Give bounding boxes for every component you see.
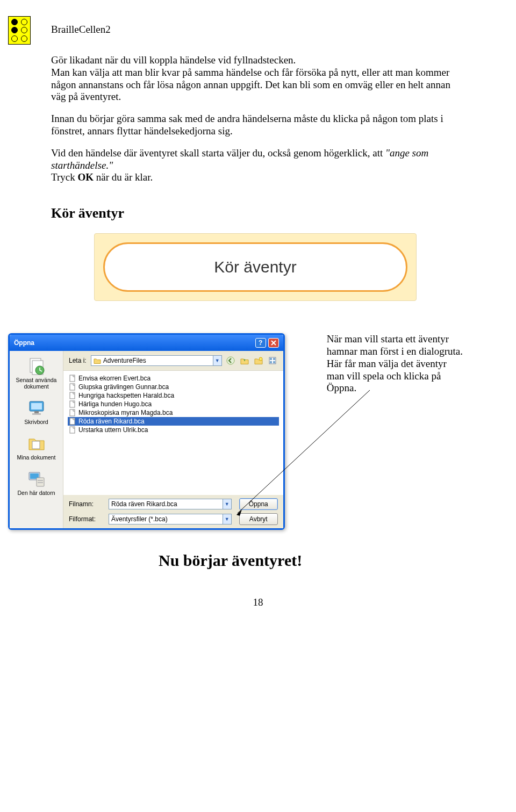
dialog-title: Öppna bbox=[14, 339, 34, 347]
close-button[interactable] bbox=[268, 338, 279, 348]
filename-label: Filnamn: bbox=[69, 500, 105, 508]
file-row[interactable]: Härliga hunden Hugo.bca bbox=[68, 400, 279, 408]
file-row[interactable]: Hungriga hackspetten Harald.bca bbox=[68, 391, 279, 400]
svg-rect-6 bbox=[32, 413, 41, 415]
open-button[interactable]: Öppna bbox=[239, 498, 278, 510]
run-adventure-button[interactable]: Kör äventyr bbox=[103, 242, 407, 292]
file-icon bbox=[69, 375, 76, 382]
section-heading: Kör äventyr bbox=[51, 205, 465, 221]
filetype-combo[interactable]: Äventyrsfiler (*.bca) ▼ bbox=[109, 514, 232, 524]
final-heading: Nu börjar äventyret! bbox=[159, 551, 465, 570]
svg-rect-26 bbox=[70, 427, 75, 433]
document-title: BrailleCellen2 bbox=[35, 16, 111, 35]
svg-rect-22 bbox=[70, 392, 75, 399]
up-folder-button[interactable] bbox=[239, 355, 250, 366]
file-icon bbox=[69, 409, 76, 416]
dialog-toolbar: Leta i: AdventureFiles ▼ bbox=[63, 351, 283, 371]
svg-rect-21 bbox=[70, 384, 75, 390]
places-mycomputer[interactable]: Den här datorn bbox=[12, 469, 61, 496]
svg-rect-5 bbox=[34, 411, 39, 413]
svg-rect-16 bbox=[270, 358, 272, 360]
file-row[interactable]: Envisa ekorren Evert.bca bbox=[68, 374, 279, 383]
places-bar: Senast använda dokument Skrivbord bbox=[10, 351, 63, 528]
cancel-button[interactable]: Avbryt bbox=[239, 513, 278, 525]
page-header: BrailleCellen2 bbox=[8, 16, 465, 45]
folder-icon bbox=[94, 357, 101, 364]
file-row[interactable]: Urstarka uttern Ulrik.bca bbox=[68, 426, 279, 434]
svg-rect-25 bbox=[70, 418, 75, 425]
close-icon bbox=[271, 340, 276, 346]
folder-documents-icon bbox=[27, 434, 46, 453]
file-row[interactable]: Röda räven Rikard.bca bbox=[68, 417, 279, 426]
look-in-label: Leta i: bbox=[69, 357, 87, 364]
svg-rect-12 bbox=[38, 482, 43, 483]
body-paragraph: Vid den händelse där äventyret skall sta… bbox=[51, 147, 465, 184]
svg-rect-4 bbox=[31, 403, 42, 409]
views-icon bbox=[268, 356, 277, 365]
file-icon bbox=[69, 392, 76, 399]
svg-point-14 bbox=[259, 357, 262, 361]
filename-input[interactable]: Röda räven Rikard.bca ▼ bbox=[109, 499, 232, 509]
explanatory-text: När man vill starta ett äventyr hamnar m… bbox=[327, 333, 465, 394]
chevron-down-icon: ▼ bbox=[223, 514, 231, 524]
file-row[interactable]: Glupska grävlingen Gunnar.bca bbox=[68, 383, 279, 391]
file-icon bbox=[69, 418, 76, 425]
svg-point-13 bbox=[227, 357, 234, 364]
computer-icon bbox=[27, 469, 46, 488]
new-folder-icon bbox=[254, 356, 263, 365]
recent-docs-icon bbox=[27, 356, 46, 376]
svg-rect-18 bbox=[270, 361, 272, 363]
svg-rect-23 bbox=[70, 401, 75, 407]
chevron-down-icon: ▼ bbox=[223, 499, 231, 509]
views-button[interactable] bbox=[267, 355, 278, 366]
dialog-titlebar: Öppna ? bbox=[10, 335, 283, 351]
body-paragraph: Innan du börjar göra samma sak med de an… bbox=[51, 113, 465, 138]
braille-logo-icon bbox=[8, 16, 31, 45]
page-number: 18 bbox=[51, 597, 465, 608]
back-button[interactable] bbox=[225, 355, 236, 366]
chevron-down-icon: ▼ bbox=[213, 356, 221, 365]
look-in-combo[interactable]: AdventureFiles ▼ bbox=[91, 355, 222, 366]
svg-rect-7 bbox=[32, 441, 40, 449]
help-button[interactable]: ? bbox=[255, 338, 266, 348]
svg-rect-17 bbox=[273, 358, 275, 360]
folder-up-icon bbox=[240, 356, 249, 365]
svg-rect-11 bbox=[38, 480, 43, 481]
places-recent[interactable]: Senast använda dokument bbox=[12, 356, 61, 390]
file-icon bbox=[69, 383, 76, 391]
file-list[interactable]: Envisa ekorren Evert.bcaGlupska grävling… bbox=[63, 371, 283, 495]
back-arrow-icon bbox=[226, 356, 235, 365]
places-mydocs[interactable]: Mina dokument bbox=[12, 434, 61, 461]
file-icon bbox=[69, 400, 76, 408]
svg-rect-19 bbox=[273, 361, 275, 363]
desktop-icon bbox=[27, 398, 46, 418]
file-row[interactable]: Mikroskopiska myran Magda.bca bbox=[68, 408, 279, 417]
body-paragraph: Gör likadant när du vill koppla händelse… bbox=[51, 54, 465, 103]
run-adventure-screenshot: Kör äventyr bbox=[94, 233, 417, 301]
new-folder-button[interactable] bbox=[253, 355, 264, 366]
svg-rect-20 bbox=[70, 375, 75, 382]
open-file-dialog: Öppna ? bbox=[8, 333, 285, 530]
filetype-label: Filformat: bbox=[69, 515, 105, 523]
file-icon bbox=[69, 426, 76, 434]
places-desktop[interactable]: Skrivbord bbox=[12, 398, 61, 425]
svg-rect-24 bbox=[70, 409, 75, 416]
